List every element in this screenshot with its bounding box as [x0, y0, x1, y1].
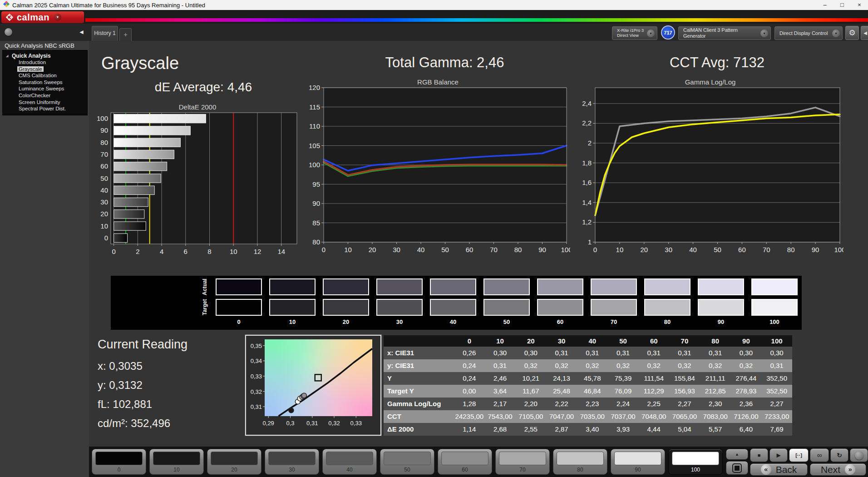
- back-button[interactable]: « Back: [750, 463, 808, 476]
- pattern-generator-dropdown[interactable]: CalMAN Client 3 Pattern Generator ▼: [678, 26, 771, 40]
- settings-gear-button[interactable]: ⚙: [845, 26, 859, 40]
- svg-text:1,8: 1,8: [582, 159, 592, 167]
- table-cell: 0,30: [761, 347, 792, 359]
- table-cell: 2,36: [731, 398, 762, 410]
- session-indicator-button[interactable]: [5, 28, 12, 36]
- sidebar-item-spectral-power-dist-[interactable]: Spectral Power Dist.: [3, 106, 87, 113]
- pattern-patch-90[interactable]: 90: [611, 449, 665, 475]
- pattern-patch-20[interactable]: 20: [207, 449, 261, 475]
- pattern-patch-30[interactable]: 30: [265, 449, 319, 475]
- chevron-down-icon[interactable]: ▼: [760, 30, 768, 37]
- table-cell: 2,25: [638, 398, 669, 410]
- display-control-label: Direct Display Control: [779, 30, 830, 36]
- svg-text:50: 50: [441, 246, 449, 253]
- current-reading-x: x: 0,3035: [98, 360, 143, 373]
- logo-bar: calman ▼: [0, 10, 868, 24]
- table-cell: 10,21: [515, 372, 546, 385]
- sidebar-item-saturation-sweeps[interactable]: Saturation Sweeps: [3, 80, 87, 86]
- display-status-bar: [775, 27, 777, 40]
- table-cell: 7233,00: [761, 410, 792, 423]
- read-series-button[interactable]: [··]: [789, 448, 809, 462]
- meter-mode: Direct View: [617, 33, 645, 38]
- swatch-level-label: 40: [430, 318, 476, 325]
- sidebar-item-luminance-sweeps[interactable]: Luminance Sweeps: [3, 86, 87, 93]
- svg-text:10: 10: [100, 222, 108, 230]
- pattern-patch-60[interactable]: 60: [438, 449, 492, 475]
- sidebar-item-screen-uniformity[interactable]: Screen Uniformity: [3, 99, 87, 106]
- pattern-patch-50[interactable]: 50: [380, 449, 434, 475]
- pattern-patch-80[interactable]: 80: [553, 449, 607, 475]
- chevron-down-icon[interactable]: ▼: [647, 30, 655, 37]
- table-cell: 7047,00: [546, 410, 577, 423]
- svg-text:40: 40: [100, 186, 108, 194]
- svg-text:105: 105: [309, 142, 320, 149]
- sidebar-item-colorchecker[interactable]: ColorChecker: [3, 93, 87, 99]
- level-up-button[interactable]: ▲: [726, 449, 748, 460]
- actual-swatch-80: [644, 278, 690, 295]
- pattern-patch-0[interactable]: 0: [92, 449, 146, 475]
- meter-status-bar: [612, 27, 614, 40]
- table-cell: 0,26: [454, 347, 485, 359]
- expander-icon[interactable]: ◢: [6, 54, 8, 58]
- stop-button[interactable]: ■: [750, 448, 768, 462]
- logo-dropdown-icon[interactable]: ▼: [54, 14, 61, 21]
- table-header-100: 100: [761, 335, 792, 347]
- window-pattern-button[interactable]: [726, 461, 748, 475]
- table-cell: 75,39: [608, 372, 639, 385]
- pattern-patch-70[interactable]: 70: [495, 449, 550, 475]
- tab-history-1[interactable]: History 1: [92, 26, 118, 41]
- refresh-button[interactable]: ↻: [830, 448, 848, 462]
- table-cell: 0,30: [515, 347, 546, 359]
- meter-reading-badge[interactable]: 717: [661, 25, 675, 40]
- table-cell: 211,11: [700, 372, 731, 385]
- maximize-button[interactable]: □: [833, 0, 851, 10]
- next-button[interactable]: Next »: [810, 463, 866, 476]
- display-control-dropdown[interactable]: Direct Display Control ▼: [774, 26, 843, 40]
- continuous-read-button[interactable]: ∞: [810, 448, 829, 462]
- table-cell: 0,24: [454, 359, 485, 372]
- actual-swatch-90: [698, 278, 744, 295]
- table-cell: 7126,00: [731, 410, 762, 423]
- sidebar-collapse-button[interactable]: ◀: [77, 28, 86, 36]
- svg-text:120: 120: [309, 84, 320, 91]
- tree-root-quick-analysis[interactable]: ◢Quick Analysis: [3, 53, 87, 60]
- swatch-level-label: 80: [644, 318, 690, 325]
- close-button[interactable]: ×: [851, 0, 868, 10]
- svg-text:12: 12: [254, 248, 261, 255]
- table-cell: 7083,00: [700, 410, 731, 423]
- sidebar-item-grayscale[interactable]: Grayscale: [3, 66, 87, 73]
- target-swatch-50: [483, 299, 530, 316]
- sphere-button[interactable]: [850, 448, 868, 462]
- back-label: Back: [776, 464, 797, 475]
- table-cell: 0,32: [546, 359, 577, 372]
- window-pattern-icon: [735, 466, 740, 471]
- sidebar-item-introduction[interactable]: Introduction: [3, 60, 87, 66]
- table-cell: 0,31: [577, 347, 608, 359]
- calman-menu-button[interactable]: calman ▼: [1, 11, 84, 23]
- table-cell: 0,31: [761, 359, 792, 372]
- svg-text:0: 0: [593, 246, 597, 253]
- pattern-patch-100[interactable]: 100: [668, 449, 723, 475]
- pattern-patch-10[interactable]: 10: [149, 449, 204, 475]
- patch-chip: [672, 452, 719, 465]
- chevron-down-icon[interactable]: ▼: [832, 30, 840, 37]
- patch-label: 0: [92, 467, 146, 473]
- play-button[interactable]: ▶: [769, 448, 788, 462]
- svg-text:100: 100: [97, 114, 108, 122]
- panel-edge-button[interactable]: ◀: [861, 26, 868, 40]
- sidebar-item-cms-calibration[interactable]: CMS Calibration: [3, 73, 87, 80]
- pattern-patch-40[interactable]: 40: [322, 449, 377, 475]
- tab-add-button[interactable]: +: [119, 28, 132, 41]
- table-cell: 0,31: [546, 347, 577, 359]
- minimize-button[interactable]: –: [816, 0, 833, 10]
- table-cell: 11,67: [515, 385, 546, 398]
- rainbow-gradient-strip: [85, 18, 868, 22]
- svg-text:100: 100: [561, 246, 570, 253]
- swatch-level-label: 20: [323, 318, 369, 325]
- meter-dropdown[interactable]: X-Rite i1Pro 3 Direct View ▼: [612, 26, 657, 40]
- swatch-level-label: 30: [376, 318, 423, 325]
- patch-label: 80: [553, 467, 607, 473]
- svg-text:110: 110: [309, 122, 320, 130]
- table-cell: 3,40: [577, 423, 608, 436]
- table-row-label: Target Y: [384, 385, 454, 398]
